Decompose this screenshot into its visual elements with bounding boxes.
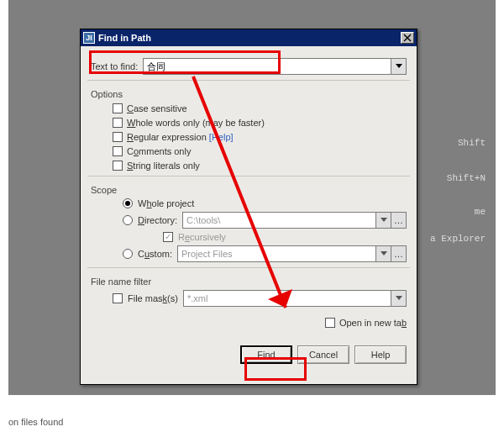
options-group-label: Options	[91, 89, 407, 99]
bg-hint: Shift+N	[447, 173, 486, 183]
bg-hint: me	[475, 207, 486, 217]
recursively-checkbox	[163, 232, 173, 242]
whole-words-checkbox[interactable]	[113, 118, 123, 128]
directory-radio[interactable]	[123, 215, 133, 225]
whole-project-radio[interactable]	[123, 198, 133, 208]
help-button[interactable]: Help	[354, 345, 407, 364]
filemask-label: File mask(s)	[128, 293, 178, 303]
chevron-down-icon	[396, 64, 402, 69]
dialog-titlebar[interactable]: JI Find in Path	[81, 29, 417, 46]
directory-label: Directory:	[138, 215, 177, 225]
close-button[interactable]	[401, 32, 414, 44]
file-filter-group-label: File name filter	[91, 277, 407, 287]
text-to-find-dropdown[interactable]	[391, 58, 407, 75]
bg-hint: Shift	[458, 138, 486, 148]
find-button[interactable]: Find	[240, 345, 292, 364]
custom-scope-input	[177, 245, 376, 262]
chevron-down-icon	[381, 218, 387, 223]
svg-marker-2	[396, 64, 402, 68]
scope-group-label: Scope	[91, 185, 407, 195]
recursively-label: Recursively	[178, 232, 226, 242]
open-new-tab-checkbox[interactable]	[325, 318, 335, 328]
comments-only-label: Comments only	[127, 146, 191, 156]
case-sensitive-label: CCase sensitivease sensitive	[127, 103, 187, 113]
case-sensitive-checkbox[interactable]	[113, 103, 123, 113]
string-literals-checkbox[interactable]	[113, 161, 123, 171]
status-text: on files found	[0, 417, 63, 427]
text-to-find-label: Text to find:	[91, 61, 138, 71]
svg-marker-3	[381, 218, 387, 222]
comments-only-checkbox[interactable]	[113, 146, 123, 156]
whole-project-label: Whole project	[138, 198, 194, 208]
string-literals-label: String literals only	[127, 161, 200, 171]
filemask-checkbox[interactable]	[113, 293, 123, 303]
app-icon: JI	[83, 32, 95, 44]
regex-checkbox[interactable]	[113, 132, 123, 142]
whole-words-label: Whole words only (may be faster)	[127, 118, 265, 128]
svg-marker-5	[396, 296, 402, 300]
chevron-down-icon	[381, 251, 387, 256]
find-in-path-dialog: JI Find in Path Text to find: Options CC…	[80, 29, 417, 385]
filemask-dropdown[interactable]	[391, 290, 407, 307]
bg-hint: a Explorer	[430, 234, 486, 244]
directory-browse-button[interactable]: …	[391, 212, 407, 229]
regex-help-link[interactable]: [Help]	[209, 132, 234, 142]
chevron-down-icon	[396, 296, 402, 301]
cancel-button[interactable]: Cancel	[297, 345, 349, 364]
open-new-tab-label: Open in new tab	[339, 318, 407, 328]
regex-label: Regular expression [Help]	[127, 132, 234, 142]
filemask-input	[183, 290, 391, 307]
text-to-find-input[interactable]	[143, 58, 391, 75]
directory-dropdown[interactable]	[376, 212, 391, 229]
dialog-title: Find in Path	[98, 33, 151, 43]
custom-scope-browse-button[interactable]: …	[391, 245, 407, 262]
custom-radio[interactable]	[123, 249, 133, 259]
custom-label: Custom:	[138, 249, 172, 259]
custom-scope-dropdown[interactable]	[376, 245, 391, 262]
svg-marker-4	[381, 251, 387, 256]
directory-input	[182, 212, 376, 229]
close-icon	[403, 34, 412, 42]
